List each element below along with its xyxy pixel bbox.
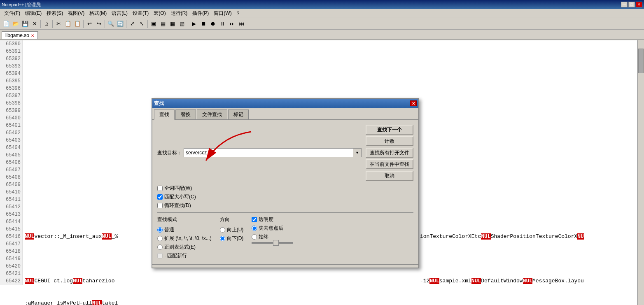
cyclic-label: 循环查找(D): [164, 202, 191, 209]
dir-down-label: 向下(D): [227, 235, 244, 242]
search-row: 查找目标： ▼ 查找下一个 计数 查找所有打开文件 在当前文件中查找 取消: [157, 125, 413, 181]
mode-regex-label: 正则表达式(E): [164, 244, 196, 251]
direction-title: 方向: [220, 216, 244, 223]
match-case-checkbox[interactable]: [157, 194, 163, 200]
tab-mark[interactable]: 标记: [228, 109, 249, 119]
match-case-label: 匹配大小写(C): [164, 193, 196, 200]
dir-up-radio[interactable]: [220, 227, 225, 233]
tab-find[interactable]: 查找: [154, 109, 175, 120]
mode-extended-row[interactable]: 扩展 (\n, \r, \t, \0, \x...): [157, 235, 212, 242]
trans-always-label: 始终: [259, 233, 268, 240]
dialog-close-button[interactable]: ✕: [410, 100, 417, 106]
options-section: 查找模式 普通 扩展 (\n, \r, \t, \0, \x...) 正则表达式…: [157, 212, 413, 259]
find-all-open-button[interactable]: 查找所有打开文件: [366, 148, 413, 158]
whole-word-checkbox[interactable]: [157, 186, 163, 191]
trans-on-blur-radio[interactable]: [252, 226, 257, 231]
match-case-row[interactable]: 匹配大小写(C): [157, 193, 413, 200]
trans-always-radio[interactable]: [252, 234, 257, 240]
whole-word-label: 全词匹配(W): [164, 185, 192, 192]
dir-up-row[interactable]: 向上(U): [220, 226, 244, 233]
whole-word-row[interactable]: 全词匹配(W): [157, 185, 413, 192]
cyclic-checkbox[interactable]: [157, 203, 163, 208]
mode-regex-radio[interactable]: [157, 244, 163, 250]
tab-replace[interactable]: 替换: [175, 109, 196, 119]
mode-extended-label: 扩展 (\n, \r, \t, \0, \x...): [164, 235, 212, 242]
match-newline-checkbox[interactable]: [157, 253, 163, 258]
transparency-group: 透明度 失去焦点后 始终: [252, 216, 293, 259]
tab-file-find[interactable]: 文件查找: [197, 109, 227, 119]
transparency-enable-row[interactable]: 透明度: [252, 216, 293, 223]
dialog-title: 查找: [154, 100, 164, 107]
dialog-tab-bar: 查找 替换 文件查找 标记: [152, 108, 418, 120]
find-dialog: 查找 ✕ 查找 替换 文件查找 标记 查找目标： ▼ 查找下一个 计数 查找所有…: [152, 98, 419, 268]
find-in-current-button[interactable]: 在当前文件中查找: [366, 159, 413, 169]
transparency-slider-container: [252, 242, 293, 244]
mode-regex-row[interactable]: 正则表达式(E): [157, 244, 212, 251]
dialog-overlay: 查找 ✕ 查找 替换 文件查找 标记 查找目标： ▼ 查找下一个 计数 查找所有…: [0, 0, 644, 305]
dir-down-radio[interactable]: [220, 236, 225, 241]
dialog-title-bar[interactable]: 查找 ✕: [152, 99, 418, 108]
checkbox-section: 全词匹配(W) 匹配大小写(C) 循环查找(D): [157, 185, 413, 209]
search-mode-title: 查找模式: [157, 216, 212, 223]
dir-up-label: 向上(U): [227, 226, 244, 233]
trans-on-blur-row[interactable]: 失去焦点后: [252, 225, 293, 232]
mode-normal-row[interactable]: 普通: [157, 226, 212, 233]
search-label: 查找目标：: [157, 149, 182, 156]
cyclic-row[interactable]: 循环查找(D): [157, 202, 413, 209]
dialog-resize-grip[interactable]: ⋱: [413, 264, 417, 268]
transparency-title: 透明度: [259, 216, 273, 223]
cancel-button[interactable]: 取消: [366, 171, 413, 181]
search-input-wrapper: ▼: [184, 148, 362, 157]
count-button[interactable]: 计数: [366, 136, 413, 146]
direction-group: 方向 向上(U) 向下(D): [220, 216, 244, 259]
match-newline-row: . 匹配新行: [157, 252, 212, 259]
search-input[interactable]: [184, 148, 353, 157]
search-mode-group: 查找模式 普通 扩展 (\n, \r, \t, \0, \x...) 正则表达式…: [157, 216, 212, 259]
mode-extended-radio[interactable]: [157, 236, 163, 241]
search-dropdown-button[interactable]: ▼: [353, 148, 362, 157]
match-newline-label: . 匹配新行: [164, 252, 187, 259]
transparency-slider[interactable]: [252, 242, 293, 244]
dialog-bottom-bar: ⋱: [152, 264, 418, 268]
dialog-buttons: 查找下一个 计数 查找所有打开文件 在当前文件中查找 取消: [366, 125, 413, 181]
trans-on-blur-label: 失去焦点后: [259, 225, 283, 232]
mode-normal-radio[interactable]: [157, 227, 163, 233]
dir-down-row[interactable]: 向下(D): [220, 235, 244, 242]
mode-normal-label: 普通: [164, 226, 174, 233]
dialog-body: 查找目标： ▼ 查找下一个 计数 查找所有打开文件 在当前文件中查找 取消 全词…: [152, 120, 418, 264]
trans-always-row[interactable]: 始终: [252, 233, 293, 240]
transparency-checkbox[interactable]: [252, 217, 257, 222]
find-next-button[interactable]: 查找下一个: [366, 125, 413, 135]
